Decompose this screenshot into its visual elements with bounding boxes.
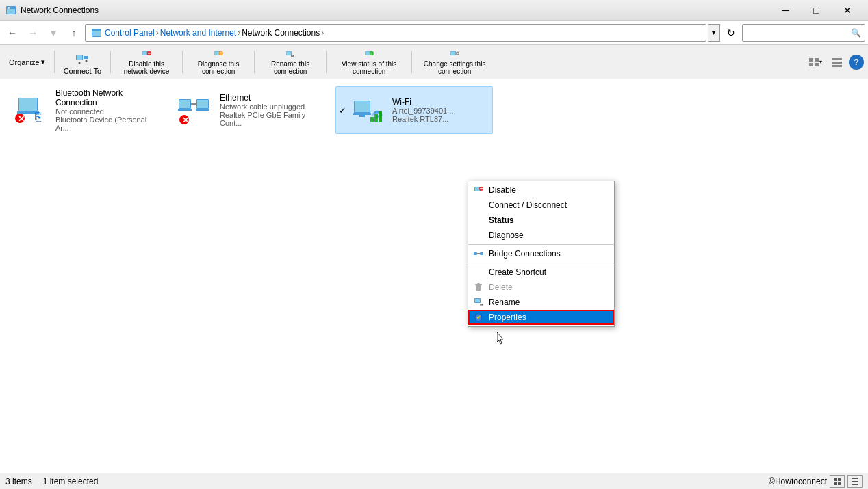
help-button[interactable]: ?: [849, 55, 864, 70]
refresh-button[interactable]: ↻: [722, 23, 741, 42]
toolbar-sep-4: [254, 51, 255, 73]
ethernet-info: Ethernet Network cable unplugged Realtek…: [220, 93, 322, 127]
svg-rect-52: [355, 101, 370, 112]
svg-point-9: [86, 60, 88, 62]
disable-icon: [138, 49, 155, 59]
view-status-button[interactable]: i View status of this connection: [328, 45, 410, 79]
maximize-button[interactable]: □: [801, 0, 832, 21]
ethernet-name: Ethernet: [220, 93, 322, 103]
large-icons-view-button[interactable]: [830, 475, 845, 488]
up-button[interactable]: ↑: [64, 23, 84, 42]
svg-rect-75: [852, 478, 858, 479]
context-menu-delete[interactable]: Delete: [468, 280, 614, 295]
context-menu-create-shortcut[interactable]: Create Shortcut: [468, 265, 614, 280]
rename-button[interactable]: ✏ Rename this connection: [256, 45, 324, 79]
bluetooth-icon-wrapper: ⎘ ✕: [13, 92, 49, 128]
svg-rect-31: [809, 63, 813, 66]
path-sep-3: ›: [321, 28, 324, 38]
rename-icon: ✏: [282, 49, 298, 59]
svg-rect-32: [815, 63, 819, 66]
recent-locations-button[interactable]: ▼: [44, 23, 63, 42]
svg-text:✕: ✕: [182, 116, 189, 125]
large-icons-icon: [833, 477, 841, 486]
context-menu-status[interactable]: Status: [468, 213, 614, 228]
wifi-check-mark: ✓: [339, 105, 346, 116]
path-sep-1: ›: [156, 28, 159, 38]
details-view-button[interactable]: [827, 52, 847, 72]
details-list-icon: [851, 477, 859, 486]
diagnose-button[interactable]: ? Diagnose this connection: [184, 45, 253, 79]
status-right: ©Howtoconnect: [769, 475, 863, 488]
status-info: 3 items 1 item selected: [5, 477, 98, 486]
svg-rect-19: [287, 51, 291, 55]
context-menu-diagnose[interactable]: Diagnose: [468, 228, 614, 243]
bluetooth-name: Bluetooth Network Connection: [55, 88, 158, 107]
svg-rect-60: [475, 187, 480, 191]
svg-text:✕: ✕: [18, 114, 25, 124]
view-status-label: View status of this connection: [335, 60, 403, 75]
svg-text:✏: ✏: [291, 53, 294, 58]
svg-point-8: [79, 62, 81, 64]
ethernet-network-icon: ✕: [177, 92, 210, 125]
svg-rect-73: [834, 482, 837, 485]
svg-rect-34: [832, 62, 842, 64]
window-controls: ─ □ ✕: [770, 0, 863, 21]
context-menu-sep-1: [468, 244, 614, 245]
bluetooth-connection-item[interactable]: ⎘ ✕ Bluetooth Network Connection Not con…: [7, 86, 164, 134]
address-bar: ← → ▼ ↑ Control Panel › Network and Inte…: [0, 21, 868, 45]
organize-button[interactable]: Organize ▾: [1, 45, 53, 79]
diagnose-label: Diagnose this connection: [192, 60, 245, 75]
svg-rect-67: [477, 283, 480, 285]
svg-rect-71: [834, 478, 837, 481]
svg-rect-44: [178, 109, 192, 111]
path-item-1: Control Panel: [105, 28, 155, 38]
search-input[interactable]: [742, 24, 865, 42]
ethernet-connection-item[interactable]: ✕ Ethernet Network cable unplugged Realt…: [171, 86, 329, 134]
context-menu-rename[interactable]: ✏ Rename: [468, 295, 614, 310]
change-view-button[interactable]: ▾: [805, 52, 826, 72]
connect-to-label: Connect To: [64, 67, 101, 75]
svg-rect-77: [852, 484, 858, 485]
context-menu: Disable Connect / Disconnect Status Diag…: [468, 181, 615, 327]
address-path-icon: [91, 27, 102, 38]
svg-rect-15: [215, 51, 219, 55]
path-item-3: Network Connections: [242, 28, 320, 38]
back-button[interactable]: ←: [3, 23, 22, 42]
address-path[interactable]: Control Panel › Network and Internet › N…: [85, 24, 706, 42]
svg-rect-76: [852, 481, 858, 482]
organize-chevron: ▾: [41, 57, 45, 66]
diagnose-icon: ?: [210, 49, 227, 59]
connect-to-button[interactable]: Connect To: [56, 45, 109, 79]
address-dropdown-button[interactable]: ▾: [708, 24, 720, 42]
toolbar-sep-1: [54, 51, 55, 73]
svg-rect-26: [451, 51, 455, 55]
window-icon: [5, 5, 16, 16]
change-settings-button[interactable]: Change settings this connection: [413, 45, 496, 79]
change-settings-icon: [446, 49, 463, 59]
svg-rect-72: [838, 478, 841, 481]
context-disable-label: Disable: [489, 185, 516, 195]
context-delete-label: Delete: [489, 282, 513, 292]
context-shortcut-label: Create Shortcut: [489, 267, 546, 277]
details-list-view-button[interactable]: [847, 475, 863, 488]
bluetooth-status: Not connected: [55, 107, 158, 116]
svg-rect-53: [353, 113, 371, 115]
item-count: 3 items: [5, 477, 32, 486]
forward-button[interactable]: →: [23, 23, 42, 42]
minimize-button[interactable]: ─: [770, 0, 801, 21]
svg-rect-7: [84, 56, 88, 59]
path-sep-2: ›: [238, 28, 240, 38]
context-menu-properties[interactable]: Properties: [468, 310, 614, 325]
wifi-connection-item[interactable]: ✓ Wi-Fi Airtel_99739401...: [335, 86, 493, 134]
disable-device-button[interactable]: Disable this network device: [112, 45, 181, 79]
svg-point-23: [370, 51, 374, 55]
svg-rect-35: [832, 65, 842, 67]
close-button[interactable]: ✕: [832, 0, 863, 21]
context-menu-disable[interactable]: Disable: [468, 183, 614, 198]
title-bar: Network Connections ─ □ ✕: [0, 0, 868, 21]
context-menu-connect-disconnect[interactable]: Connect / Disconnect: [468, 198, 614, 213]
context-menu-sep-2: [468, 263, 614, 263]
context-menu-bridge[interactable]: Bridge Connections: [468, 246, 614, 261]
window-title: Network Connections: [21, 5, 99, 15]
svg-rect-6: [77, 55, 82, 60]
